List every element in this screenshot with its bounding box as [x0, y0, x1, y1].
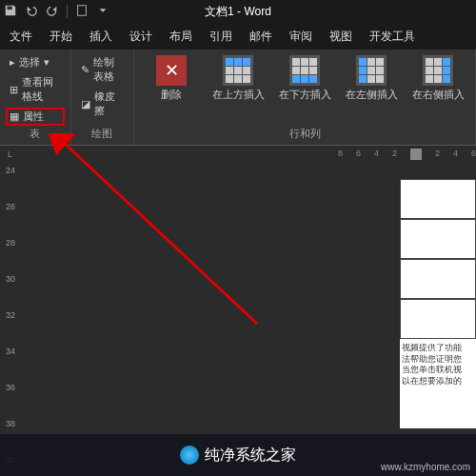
group-label-draw: 绘图 [77, 127, 128, 143]
ruler-mark: 30 [6, 274, 15, 284]
tab-review[interactable]: 审阅 [289, 29, 312, 45]
ruler-mark: 36 [6, 383, 15, 392]
delete-icon: ✕ [156, 55, 187, 86]
ruler-mark: 6 [356, 149, 361, 160]
delete-button[interactable]: ✕ 删除 [140, 53, 203, 104]
insert-right-button[interactable]: 在右侧插入 [407, 53, 469, 104]
grid-icon: ⊞ [10, 84, 18, 96]
ribbon-group-draw: ✎ 绘制表格 ◪ 橡皮擦 绘图 [71, 50, 134, 145]
eraser-label: 橡皮擦 [94, 89, 124, 118]
ribbon-tabs: 文件 开始 插入 设计 布局 引用 邮件 审阅 视图 开发工具 [0, 23, 476, 50]
tab-mailings[interactable]: 邮件 [249, 29, 272, 45]
insert-left-label: 在左侧插入 [346, 88, 398, 102]
table-cell[interactable] [400, 179, 476, 219]
ribbon-group-rowscols: ✕ 删除 在上方插入 在下方插入 在左侧插入 在右侧插入 行和列 [134, 50, 476, 145]
gridlines-button[interactable]: ⊞ 查看网格线 [6, 73, 65, 106]
ribbon: ▸ 选择 ▾ ⊞ 查看网格线 ▦ 属性 表 ✎ 绘制表格 ◪ 橡皮擦 [0, 50, 476, 146]
tab-references[interactable]: 引用 [209, 29, 232, 45]
insert-left-icon [356, 55, 387, 86]
delete-label: 删除 [161, 88, 182, 102]
gridlines-label: 查看网格线 [22, 75, 61, 104]
chevron-down-icon: ▾ [44, 56, 50, 69]
group-label-table: 表 [6, 127, 65, 143]
insert-below-icon [289, 55, 320, 86]
ruler-mark: 38 [6, 419, 15, 428]
ruler-mark: 4 [453, 149, 458, 160]
ruler-mark: 8 [338, 149, 343, 160]
eraser-icon: ◪ [81, 98, 90, 110]
select-label: 选择 [19, 55, 40, 69]
footer-text: 纯净系统之家 [205, 446, 296, 466]
horizontal-ruler[interactable]: L 8 6 4 2 2 4 6 [0, 146, 476, 163]
insert-above-button[interactable]: 在上方插入 [207, 53, 269, 104]
ruler-mark: 24 [6, 166, 15, 175]
properties-button[interactable]: ▦ 属性 [6, 108, 65, 126]
tab-layout[interactable]: 布局 [169, 29, 192, 45]
properties-icon: ▦ [10, 110, 19, 123]
properties-label: 属性 [23, 109, 44, 124]
cursor-icon: ▸ [10, 56, 15, 69]
ruler-mark: 2 [435, 149, 440, 160]
svg-line-1 [62, 141, 257, 324]
ruler-mark: 34 [6, 347, 15, 356]
ruler-mark [410, 149, 422, 160]
paragraph[interactable]: 视频提供了功能 法帮助您证明您 当您单击联机视 以在想要添加的 [400, 339, 476, 391]
logo-icon [180, 446, 199, 465]
annotation-arrow [48, 133, 333, 371]
window-title: 文档1 - Word [0, 4, 476, 20]
insert-left-button[interactable]: 在左侧插入 [340, 53, 403, 104]
tab-design[interactable]: 设计 [129, 29, 152, 45]
insert-above-icon [223, 55, 253, 86]
ruler-mark: 28 [6, 238, 15, 248]
group-label-rowscols: 行和列 [140, 127, 469, 143]
insert-below-button[interactable]: 在下方插入 [273, 53, 336, 104]
ruler-mark: 2 [392, 149, 397, 160]
insert-right-icon [423, 55, 453, 86]
table-cell[interactable] [400, 219, 476, 259]
ruler-mark: 6 [471, 149, 476, 160]
draw-label: 绘制表格 [93, 55, 124, 84]
tab-file[interactable]: 文件 [10, 29, 32, 45]
text-line: 视频提供了功能 [402, 343, 474, 354]
table-cell[interactable] [400, 299, 476, 339]
pencil-icon: ✎ [81, 64, 89, 76]
insert-below-label: 在下方插入 [279, 88, 331, 102]
select-button[interactable]: ▸ 选择 ▾ [6, 53, 65, 71]
watermark-url: www.kzmyhome.com [381, 462, 470, 472]
tab-stop-icon: L [8, 149, 12, 159]
ruler-mark: 32 [6, 310, 15, 320]
document-page[interactable]: 视频提供了功能 法帮助您证明您 当您单击联机视 以在想要添加的 [400, 179, 476, 428]
ribbon-group-table: ▸ 选择 ▾ ⊞ 查看网格线 ▦ 属性 表 [0, 50, 71, 145]
text-line: 法帮助您证明您 [402, 354, 474, 366]
text-line: 当您单击联机视 [402, 365, 474, 376]
vertical-ruler[interactable]: 24 26 28 30 32 34 36 38 40 [0, 162, 21, 428]
draw-table-button[interactable]: ✎ 绘制表格 [77, 53, 128, 86]
ruler-mark: 4 [374, 149, 379, 160]
insert-above-label: 在上方插入 [212, 88, 265, 102]
ruler-mark: 26 [6, 202, 15, 211]
insert-right-label: 在右侧插入 [412, 88, 465, 102]
tab-insert[interactable]: 插入 [89, 29, 112, 45]
tab-developer[interactable]: 开发工具 [369, 29, 415, 45]
eraser-button[interactable]: ◪ 橡皮擦 [77, 88, 128, 120]
table-cell[interactable] [400, 259, 476, 299]
tab-view[interactable]: 视图 [329, 29, 352, 45]
tab-home[interactable]: 开始 [50, 29, 72, 45]
text-line: 以在想要添加的 [402, 376, 474, 387]
